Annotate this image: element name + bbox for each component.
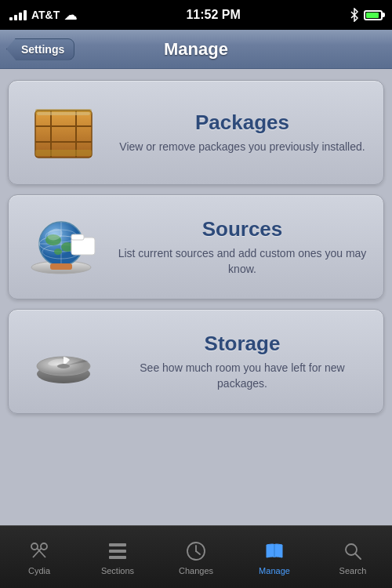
status-bar: AT&T ☁ 11:52 PM (0, 0, 392, 30)
storage-desc: See how much room you have left for new … (117, 361, 368, 391)
svg-rect-8 (37, 112, 90, 115)
packages-title: Packages (117, 111, 368, 135)
packages-card[interactable]: Packages View or remove packages you pre… (8, 80, 384, 185)
status-left: AT&T ☁ (9, 8, 77, 23)
battery-icon (364, 10, 383, 20)
svg-rect-31 (109, 543, 126, 546)
tab-manage[interactable]: Manage (235, 526, 314, 588)
packages-text: Packages View or remove packages you pre… (117, 111, 368, 155)
svg-rect-7 (35, 150, 92, 156)
packages-icon (24, 93, 103, 172)
tab-cydia[interactable]: Cydia (0, 526, 78, 588)
sections-label: Sections (101, 566, 134, 575)
manage-label: Manage (259, 566, 290, 575)
page-title: Manage (164, 39, 228, 60)
nav-bar: Settings Manage (0, 30, 392, 69)
wifi-icon: ☁ (64, 8, 77, 23)
sources-icon (24, 208, 103, 286)
svg-rect-22 (50, 263, 72, 270)
sections-icon (106, 539, 129, 563)
tab-bar: Cydia Sections Changes (0, 525, 392, 588)
bluetooth-icon (350, 8, 359, 22)
settings-back-button[interactable]: Settings (6, 38, 74, 60)
sources-text: Sources List current sources and add cus… (117, 217, 368, 277)
svg-rect-33 (109, 556, 126, 559)
status-right (350, 8, 383, 22)
main-content: Packages View or remove packages you pre… (0, 69, 392, 525)
carrier-label: AT&T (31, 9, 60, 21)
tab-changes[interactable]: Changes (157, 526, 235, 588)
packages-desc: View or remove packages you previously i… (117, 140, 368, 155)
svg-point-18 (54, 249, 62, 255)
cydia-label: Cydia (28, 566, 50, 575)
storage-icon (24, 322, 103, 401)
changes-label: Changes (179, 566, 213, 575)
sources-title: Sources (117, 217, 368, 241)
sources-desc: List current sources and add custom ones… (117, 246, 368, 277)
manage-icon (263, 539, 286, 563)
changes-icon (184, 539, 208, 563)
time-display: 11:52 PM (186, 8, 240, 22)
svg-line-36 (196, 551, 200, 554)
storage-text: Storage See how much room you have left … (117, 332, 368, 391)
svg-rect-21 (71, 234, 84, 240)
tab-sections[interactable]: Sections (78, 526, 157, 588)
search-icon (341, 539, 365, 563)
sources-card[interactable]: Sources List current sources and add cus… (8, 194, 384, 299)
svg-rect-32 (109, 550, 126, 553)
search-label: Search (339, 566, 367, 575)
signal-icon (9, 10, 27, 20)
storage-card[interactable]: Storage See how much room you have left … (8, 309, 384, 414)
tab-search[interactable]: Search (314, 526, 392, 588)
cydia-icon (27, 539, 51, 563)
storage-title: Storage (117, 332, 368, 356)
svg-line-39 (355, 554, 361, 559)
